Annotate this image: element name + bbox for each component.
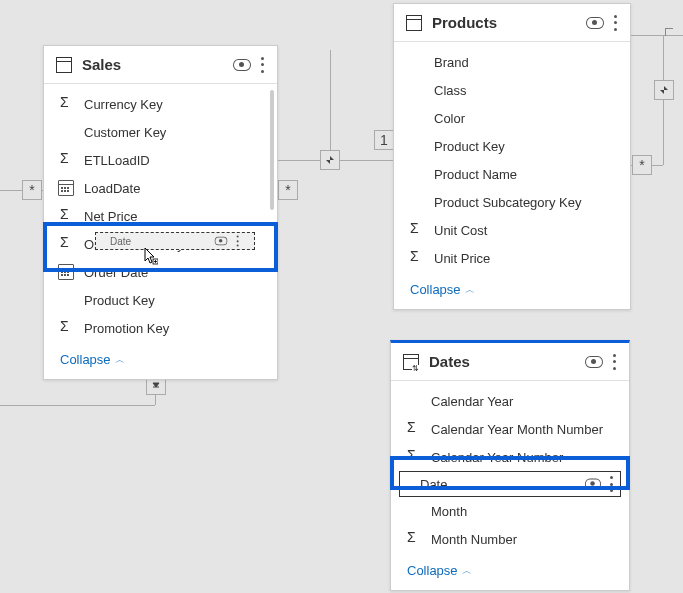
cardinality-one: 1 xyxy=(374,130,394,150)
field-row[interactable]: Product Subcategory Key xyxy=(394,188,630,216)
sigma-icon xyxy=(58,320,74,336)
card-header[interactable]: Sales xyxy=(44,46,277,84)
field-row[interactable]: Class xyxy=(394,76,630,104)
field-row[interactable]: Month xyxy=(391,497,629,525)
more-icon[interactable] xyxy=(610,476,614,492)
field-row[interactable]: Currency Key xyxy=(44,90,277,118)
direction-arrow-icon xyxy=(320,150,340,170)
table-card-sales[interactable]: Sales Currency Key Customer Key ETLLoadI… xyxy=(43,45,278,380)
more-icon[interactable] xyxy=(614,15,618,31)
cardinality-many: * xyxy=(22,180,42,200)
scrollbar[interactable] xyxy=(270,90,274,210)
table-card-dates[interactable]: Dates Calendar Year Calendar Year Month … xyxy=(390,340,630,591)
table-sort-icon xyxy=(403,354,419,370)
more-icon[interactable] xyxy=(613,354,617,370)
field-list: Currency Key Customer Key ETLLoadID Load… xyxy=(44,84,277,342)
sigma-icon xyxy=(408,250,424,266)
field-row[interactable]: LoadDate xyxy=(44,174,277,202)
field-row[interactable]: Order Date xyxy=(44,258,277,286)
collapse-link[interactable]: Collapse︿ xyxy=(391,553,629,590)
field-row[interactable]: Month Number xyxy=(391,525,629,553)
chevron-up-icon: ︿ xyxy=(465,283,475,297)
eye-icon[interactable] xyxy=(585,356,603,368)
field-row-selected[interactable]: Date xyxy=(399,471,621,497)
eye-icon[interactable] xyxy=(585,479,601,490)
sigma-icon xyxy=(58,152,74,168)
sigma-icon xyxy=(405,421,421,437)
field-row[interactable]: Calendar Year xyxy=(391,387,629,415)
sigma-icon xyxy=(58,236,74,252)
table-title: Dates xyxy=(429,353,585,370)
chevron-up-icon: ︿ xyxy=(462,564,472,578)
drag-ghost: Date xyxy=(95,232,255,250)
field-row[interactable]: Unit Price xyxy=(394,244,630,272)
table-title: Sales xyxy=(82,56,233,73)
sigma-icon xyxy=(408,222,424,238)
field-row[interactable]: Calendar Year Number xyxy=(391,443,629,471)
field-row[interactable]: Calendar Year Month Number xyxy=(391,415,629,443)
field-row[interactable]: Unit Cost xyxy=(394,216,630,244)
more-icon[interactable] xyxy=(261,57,265,73)
eye-icon[interactable] xyxy=(233,59,251,71)
cardinality-many: * xyxy=(278,180,298,200)
field-row[interactable]: Product Key xyxy=(44,286,277,314)
chevron-up-icon: ︿ xyxy=(115,353,125,367)
direction-arrow-icon xyxy=(654,80,674,100)
calendar-icon xyxy=(58,180,74,196)
eye-icon[interactable] xyxy=(586,17,604,29)
field-list: Calendar Year Calendar Year Month Number… xyxy=(391,381,629,553)
table-title: Products xyxy=(432,14,586,31)
field-list: Brand Class Color Product Key Product Na… xyxy=(394,42,630,272)
sigma-icon xyxy=(405,531,421,547)
field-row[interactable]: Product Key xyxy=(394,132,630,160)
sigma-icon xyxy=(58,96,74,112)
field-row[interactable]: Promotion Key xyxy=(44,314,277,342)
cardinality-many: * xyxy=(632,155,652,175)
sigma-icon xyxy=(405,449,421,465)
field-row[interactable]: Customer Key xyxy=(44,118,277,146)
sigma-icon xyxy=(58,208,74,224)
field-row[interactable]: Color xyxy=(394,104,630,132)
field-row[interactable]: Brand xyxy=(394,48,630,76)
table-card-products[interactable]: Products Brand Class Color Product Key P… xyxy=(393,3,631,310)
field-row[interactable]: Product Name xyxy=(394,160,630,188)
field-row[interactable]: ETLLoadID xyxy=(44,146,277,174)
table-icon xyxy=(56,57,72,73)
calendar-icon xyxy=(58,264,74,280)
card-header[interactable]: Products xyxy=(394,4,630,42)
more-icon xyxy=(237,235,240,246)
eye-icon xyxy=(215,237,228,245)
field-row[interactable]: Net Price xyxy=(44,202,277,230)
collapse-link[interactable]: Collapse︿ xyxy=(44,342,277,379)
card-header[interactable]: Dates xyxy=(391,343,629,381)
collapse-link[interactable]: Collapse︿ xyxy=(394,272,630,309)
table-icon xyxy=(406,15,422,31)
